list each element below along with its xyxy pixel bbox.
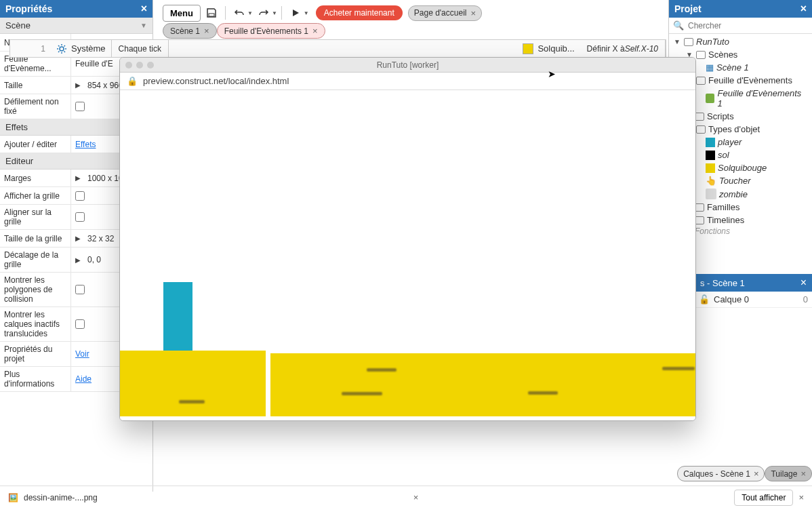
- event-action[interactable]: Solquib...: [517, 43, 580, 54]
- layers-title: s - Scène 1: [700, 278, 745, 288]
- expand-icon[interactable]: ▶: [75, 174, 81, 182]
- buy-button[interactable]: Acheter maintenant: [316, 5, 403, 20]
- tab-eventsheet[interactable]: Feuille d'Evènements 1 ×: [217, 23, 325, 39]
- menu-button[interactable]: Menu: [163, 5, 201, 22]
- view-link[interactable]: Voir: [75, 349, 89, 359]
- tab-scene1-label: Scène 1: [170, 26, 200, 36]
- action-expression[interactable]: Définir X à Self.X-10: [580, 40, 666, 57]
- right-bottom-tabs: Calques - Scène 1 × Tuilage ×: [677, 466, 812, 481]
- tab-layers[interactable]: Calques - Scène 1 ×: [677, 466, 765, 481]
- prop-plusinfo-label: Plus d'informations: [0, 367, 71, 391]
- properties-close-icon[interactable]: ×: [141, 3, 147, 15]
- close-icon[interactable]: ×: [312, 26, 318, 36]
- game-player: [163, 282, 192, 353]
- redo-button[interactable]: [254, 3, 273, 22]
- lock-icon[interactable]: 🔓: [699, 294, 710, 304]
- expand-icon[interactable]: ▶: [75, 256, 81, 264]
- close-icon[interactable]: ×: [754, 469, 759, 479]
- prop-marges-label: Marges: [0, 170, 71, 186]
- tab-scene1[interactable]: Scène 1 ×: [163, 23, 217, 39]
- prop-projprops-label: Propriétés du projet: [0, 342, 71, 366]
- section-scene-label: Scène: [5, 20, 31, 31]
- preview-viewport[interactable]: [120, 90, 695, 420]
- properties-header: Propriétés ×: [0, 0, 153, 18]
- separator: [281, 6, 282, 20]
- show-all-button[interactable]: Tout afficher: [734, 490, 793, 506]
- project-close-icon[interactable]: ×: [800, 3, 807, 15]
- help-link[interactable]: Aide: [75, 374, 92, 384]
- game-ground: [120, 351, 266, 416]
- sprite-icon: [706, 189, 716, 199]
- layer-row[interactable]: 🔓 Calque 0 0: [695, 292, 812, 308]
- layers-panel: s - Scène 1 × 🔓 Calque 0 0: [694, 274, 812, 308]
- prop-taillegrille-label: Taille de la grille: [0, 230, 71, 247]
- layer-name: Calque 0: [714, 294, 749, 304]
- layer-number: 0: [803, 294, 808, 304]
- eventsheet-icon: [706, 94, 715, 103]
- effects-link[interactable]: Effets: [75, 140, 96, 149]
- file-chip[interactable]: 🖼️ dessin-anime-....png: [8, 493, 98, 502]
- game-detail: [662, 367, 695, 370]
- play-dropdown-icon[interactable]: ▼: [304, 10, 309, 16]
- project-title: Projet: [674, 3, 702, 14]
- prop-polycoll-checkbox[interactable]: [75, 285, 85, 294]
- folder-icon: [696, 125, 706, 134]
- game-detail: [342, 392, 382, 395]
- close-icon[interactable]: ×: [800, 469, 806, 479]
- event-condition-system[interactable]: Système: [51, 40, 112, 57]
- action-object: Solquib...: [537, 43, 574, 54]
- preview-titlebar[interactable]: RunTuto [worker]: [120, 58, 695, 73]
- prop-inactifs-label: Montrer les calques inactifs translucide…: [0, 307, 71, 341]
- tab-tilemap[interactable]: Tuilage ×: [765, 466, 812, 481]
- home-tab[interactable]: Page d'accueil ×: [408, 5, 482, 21]
- preview-title: RunTuto [worker]: [120, 60, 695, 70]
- properties-title: Propriétés: [5, 3, 52, 14]
- bar-close-icon[interactable]: ×: [798, 492, 804, 502]
- event-condition-tick[interactable]: Chaque tick: [112, 40, 169, 57]
- close-icon[interactable]: ×: [470, 8, 476, 18]
- section-scene[interactable]: Scène ▼: [0, 18, 153, 34]
- document-tabs: Scène 1 × Feuille d'Evènements 1 ×: [163, 23, 325, 39]
- event-row[interactable]: 1 Système Chaque tick Solquib... Définir…: [9, 39, 666, 58]
- prop-defil-label: Défilement non fixé: [0, 94, 71, 119]
- undo-dropdown-icon[interactable]: ▼: [247, 10, 253, 16]
- section-editor-label: Editeur: [5, 156, 33, 166]
- file-name: dessin-anime-....png: [24, 493, 98, 502]
- section-effects-label: Effets: [5, 122, 28, 132]
- sprite-icon: [706, 151, 715, 160]
- layers-close-icon[interactable]: ×: [800, 277, 807, 289]
- game-detail: [367, 368, 397, 372]
- folder-icon: [695, 216, 704, 224]
- prop-inactifs-checkbox[interactable]: [75, 319, 85, 329]
- search-input[interactable]: [688, 21, 808, 31]
- prop-decalage-label: Décalage de la grille: [0, 248, 71, 272]
- downloads-bar: 🖼️ dessin-anime-....png × Tout afficher …: [0, 486, 812, 509]
- prop-defil-checkbox[interactable]: [75, 102, 85, 111]
- svg-rect-0: [209, 14, 214, 16]
- event-number: 1: [10, 44, 51, 54]
- save-button[interactable]: [202, 3, 221, 22]
- cursor-icon: ➤: [548, 68, 556, 79]
- prop-polycoll-label: Montrer les polygones de collision: [0, 273, 71, 307]
- project-header: Projet ×: [669, 0, 812, 18]
- preview-url: preview.construct.net/local/index.html: [143, 76, 289, 86]
- close-icon[interactable]: ×: [204, 26, 209, 36]
- folder-icon: [684, 38, 693, 46]
- expand-icon[interactable]: ▶: [75, 81, 81, 89]
- collapse-icon[interactable]: ▼: [673, 38, 681, 45]
- tree-root[interactable]: ▼RunTuto: [672, 35, 809, 48]
- expand-icon[interactable]: ▶: [75, 235, 81, 242]
- play-button[interactable]: [286, 3, 305, 22]
- preview-urlbar: 🔒 preview.construct.net/local/index.html: [120, 73, 695, 90]
- sprite-icon: [706, 138, 715, 147]
- redo-dropdown-icon[interactable]: ▼: [272, 10, 277, 16]
- undo-button[interactable]: [230, 3, 249, 22]
- file-close-icon[interactable]: ×: [413, 492, 419, 502]
- game-detail: [528, 391, 558, 395]
- prop-affgrille-checkbox[interactable]: [75, 191, 85, 201]
- folder-icon: [695, 203, 704, 212]
- touch-icon: 👆: [706, 176, 716, 186]
- game-ground: [270, 353, 696, 416]
- prop-aligngrille-checkbox[interactable]: [75, 212, 85, 222]
- gear-icon: [56, 43, 67, 54]
